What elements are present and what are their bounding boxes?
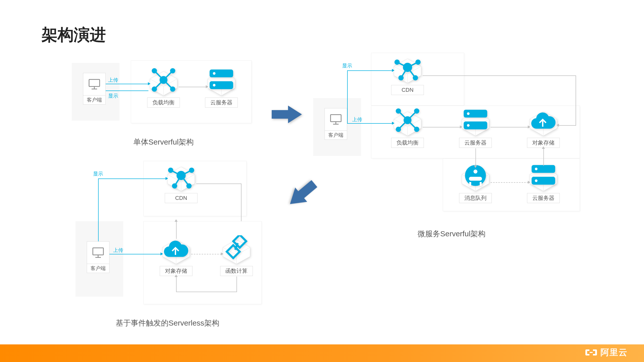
- subtitle-serverless: 基于事件触发的Serverless架构: [116, 318, 219, 328]
- arrow-right-icon: [270, 103, 303, 127]
- node-mq-ms: 消息队列: [460, 166, 491, 192]
- node-lb-monolith: 负载均衡: [148, 70, 179, 97]
- client-label: 客户端: [83, 96, 106, 105]
- node-ecs2-ms: 云服务器: [528, 166, 558, 192]
- node-label: 函数计算: [220, 266, 253, 276]
- slide: 架构演进 客户端 负载均衡 云服务器 上传 显示 单体Serverful架构 客…: [0, 0, 644, 362]
- page-title: 架构演进: [42, 24, 106, 46]
- subtitle-microservice: 微服务Serverful架构: [418, 229, 486, 239]
- node-label: 负载均衡: [391, 138, 424, 148]
- node-fc-sl: 函数计算: [221, 239, 252, 265]
- node-label: 云服务器: [205, 98, 238, 108]
- footer-bar: 阿里云: [0, 344, 644, 362]
- client-label: 客户端: [87, 264, 109, 273]
- svg-marker-36: [272, 106, 302, 123]
- conn-monolith-display: [106, 90, 148, 91]
- node-label: CDN: [165, 193, 197, 203]
- node-oss-ms: 对象存储: [528, 111, 558, 137]
- brand-logo: 阿里云: [585, 347, 628, 358]
- label-upload: 上传: [113, 247, 123, 254]
- client-ms: 客户端: [325, 108, 347, 140]
- node-label: 云服务器: [527, 193, 560, 203]
- node-ecs-ms: 云服务器: [460, 111, 491, 137]
- label-upload: 上传: [352, 116, 362, 123]
- node-oss-sl: 对象存储: [161, 239, 191, 265]
- brand-text: 阿里云: [600, 347, 628, 358]
- svg-marker-37: [284, 176, 320, 211]
- conn-monolith-upload: [106, 84, 148, 84]
- client-sl: 客户端: [87, 241, 109, 273]
- client-monolith: 客户端: [83, 73, 106, 105]
- conn-lb-ecs: [179, 87, 206, 87]
- label-display: 显示: [342, 62, 352, 69]
- node-cdn-ms: CDN: [392, 58, 423, 84]
- arrow-diagonal-icon: [280, 173, 324, 214]
- label-display: 显示: [108, 93, 118, 99]
- node-label: 消息队列: [459, 193, 492, 203]
- subtitle-monolith: 单体Serverful架构: [133, 137, 194, 147]
- svg-rect-38: [590, 352, 593, 353]
- label-display: 显示: [93, 170, 103, 177]
- node-label: 云服务器: [459, 138, 492, 148]
- node-lb-ms: 负载均衡: [392, 111, 423, 137]
- label-upload: 上传: [108, 77, 118, 83]
- node-label: CDN: [391, 85, 424, 95]
- node-label: 负载均衡: [147, 98, 180, 108]
- node-cdn-sl: CDN: [166, 166, 196, 192]
- client-label: 客户端: [325, 131, 347, 140]
- node-ecs-monolith: 云服务器: [206, 70, 236, 97]
